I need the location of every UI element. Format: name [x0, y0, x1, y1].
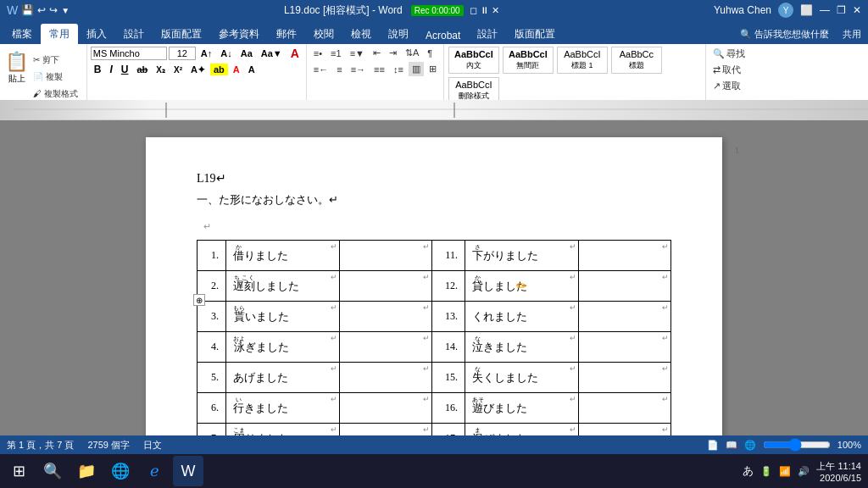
blank-11[interactable]: ↵ — [578, 241, 670, 271]
find-btn[interactable]: 🔍尋找 — [709, 46, 748, 62]
answer-16[interactable]: 遊あそびました ↵ — [465, 393, 578, 424]
answer-12[interactable]: 貸かしました ↵ ✏ — [465, 271, 578, 302]
select-btn[interactable]: ↗選取 — [709, 78, 748, 94]
blank-1[interactable]: ↵ — [339, 241, 431, 271]
numbering-btn[interactable]: ≡1 — [327, 47, 345, 60]
tab-insert[interactable]: 插入 — [78, 24, 115, 44]
tab-acrobat[interactable]: Acrobat — [417, 26, 469, 44]
search-btn[interactable]: 🔍 — [37, 456, 68, 486]
tab-tell-me[interactable]: 🔍 告訴我您想做什麼 — [733, 25, 836, 44]
blank-12[interactable]: ↵ — [578, 271, 670, 302]
answer-2[interactable]: 遅刻ちこくしました ↵ — [226, 271, 340, 302]
tab-home[interactable]: 常用 — [41, 24, 78, 44]
start-btn[interactable]: ⊞ — [3, 456, 34, 486]
answer-3[interactable]: 貰もらいました ↵ — [226, 302, 340, 332]
bullets-btn[interactable]: ≡• — [310, 47, 326, 60]
style-heading[interactable]: AaBbCc標題 — [611, 47, 662, 74]
blank-15[interactable]: ↵ — [578, 363, 670, 393]
quick-access-save[interactable]: 💾 — [21, 4, 34, 16]
change-case-btn[interactable]: Aa▼ — [258, 47, 286, 59]
font-color-btn[interactable]: A — [287, 46, 303, 61]
blank-4[interactable]: ↵ — [339, 332, 431, 363]
blank-2[interactable]: ↵ — [339, 271, 431, 302]
recording-controls[interactable]: ◻ ⏸ ✕ — [470, 5, 499, 15]
tab-file[interactable]: 檔案 — [3, 24, 41, 44]
underline-btn[interactable]: U — [118, 63, 132, 76]
font-size-input[interactable] — [169, 47, 196, 60]
justify-btn[interactable]: ≡≡ — [370, 63, 388, 76]
quick-access-redo[interactable]: ↪ — [49, 4, 58, 16]
file-explorer-btn[interactable]: 📁 — [71, 456, 102, 486]
blank-6[interactable]: ↵ — [339, 393, 431, 424]
answer-15[interactable]: 失なくしました ↵ — [465, 363, 578, 393]
clear-format-btn[interactable]: Aa — [237, 47, 256, 59]
align-center-btn[interactable]: ≡ — [333, 63, 345, 76]
tab-share[interactable]: 共用 — [836, 25, 868, 44]
tab-references[interactable]: 參考資料 — [210, 24, 268, 44]
word-taskbar-btn[interactable]: W — [173, 456, 203, 486]
answer-17[interactable]: 混まぜました ↵ — [465, 424, 578, 436]
tab-design2[interactable]: 設計 — [469, 24, 506, 44]
restore-btn[interactable]: ❐ — [837, 4, 846, 16]
answer-7[interactable]: 困こまりました ↵ — [226, 424, 340, 436]
minimize-btn[interactable]: — — [820, 4, 830, 16]
ribbon-display-btn[interactable]: ⬜ — [800, 4, 813, 16]
tab-review[interactable]: 校閱 — [305, 24, 342, 44]
line-spacing-btn[interactable]: ↕≡ — [390, 63, 407, 76]
style-heading1[interactable]: AaBbCcI標題 1 — [557, 47, 608, 74]
quick-access-undo[interactable]: ↩ — [37, 4, 46, 16]
decrease-indent-btn[interactable]: ⇤ — [370, 46, 384, 60]
align-left-btn[interactable]: ≡← — [310, 63, 331, 76]
view-read-btn[interactable]: 📖 — [726, 440, 737, 451]
increase-indent-btn[interactable]: ⇥ — [386, 46, 400, 60]
font-color2-btn[interactable]: A — [230, 64, 243, 75]
highlight-btn[interactable]: ab — [210, 64, 228, 75]
replace-btn[interactable]: ⇄取代 — [709, 62, 748, 78]
tab-design[interactable]: 設計 — [115, 24, 153, 44]
bold-btn[interactable]: B — [91, 63, 105, 76]
shading-btn[interactable]: ▥ — [409, 62, 424, 76]
ie-btn[interactable]: ℯ — [139, 456, 170, 486]
answer-4[interactable]: 泳およぎました ↵ — [226, 332, 340, 363]
blank-7[interactable]: ↵ — [339, 424, 431, 436]
answer-5[interactable]: あげました ↵ — [226, 363, 340, 393]
answer-13[interactable]: くれました ↵ — [465, 302, 578, 332]
font-grow-btn[interactable]: A↑ — [198, 47, 215, 59]
char-shading-btn[interactable]: A — [245, 64, 259, 75]
blank-5[interactable]: ↵ — [339, 363, 431, 393]
close-btn[interactable]: ✕ — [853, 4, 861, 16]
font-family-input[interactable] — [91, 47, 167, 60]
paste-btn[interactable]: 📋 貼上 — [5, 51, 28, 85]
answer-1[interactable]: 借かりました ↵ — [226, 241, 340, 271]
superscript-btn[interactable]: X² — [170, 64, 186, 75]
chrome-btn[interactable]: 🌐 — [105, 456, 136, 486]
style-normal[interactable]: AaBbCcI內文 — [448, 47, 499, 74]
font-shrink-btn[interactable]: A↓ — [217, 47, 235, 59]
tab-layout[interactable]: 版面配置 — [153, 24, 210, 44]
blank-13[interactable]: ↵ — [578, 302, 670, 332]
view-print-btn[interactable]: 📄 — [707, 440, 719, 451]
tab-help[interactable]: 說明 — [380, 24, 417, 44]
tab-mailings[interactable]: 郵件 — [268, 24, 305, 44]
document-page[interactable]: 1 ⊕ L19↵ 一、た形になおしなさい。↵ ↵ 1. 借かりました ↵ ↵ 1… — [146, 137, 722, 435]
blank-16[interactable]: ↵ — [578, 393, 670, 424]
answer-14[interactable]: 泣なきました ↵ — [465, 332, 578, 363]
tab-view[interactable]: 檢視 — [342, 24, 380, 44]
tab-layout2[interactable]: 版面配置 — [506, 24, 564, 44]
blank-17[interactable]: ↵ — [578, 424, 670, 436]
cut-btn[interactable]: ✂ 剪下 — [30, 53, 81, 68]
show-marks-btn[interactable]: ¶ — [424, 47, 436, 60]
align-right-btn[interactable]: ≡→ — [348, 63, 369, 76]
zoom-slider[interactable] — [763, 438, 831, 452]
answer-11[interactable]: 下さがりました ↵ — [465, 241, 578, 271]
style-no-spacing[interactable]: AaBbCcI無間距 — [503, 47, 554, 74]
subscript-btn[interactable]: X₂ — [153, 64, 169, 75]
strikethrough-btn[interactable]: ab — [133, 64, 151, 75]
italic-btn[interactable]: I — [106, 63, 115, 76]
borders-btn[interactable]: ⊞ — [426, 62, 440, 76]
view-web-btn[interactable]: 🌐 — [744, 440, 756, 451]
sort-btn[interactable]: ⇅A — [402, 46, 422, 60]
answer-6[interactable]: 行いきました ↵ — [226, 393, 340, 424]
blank-3[interactable]: ↵ — [339, 302, 431, 332]
quick-access-more[interactable]: ▼ — [61, 6, 70, 15]
